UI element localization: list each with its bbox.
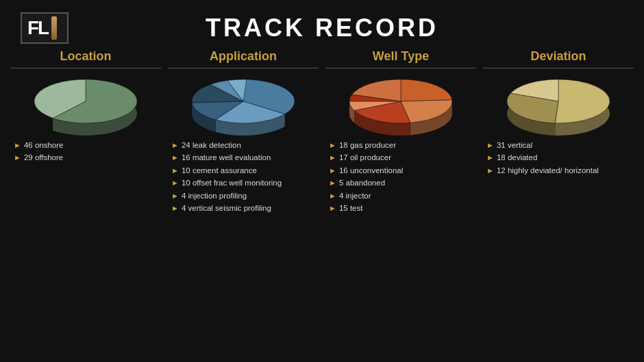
- legend-application: ►24 leak detection►16 mature well evalua…: [168, 140, 319, 215]
- page-title: TRACK RECORD: [82, 14, 562, 42]
- chart-heading-application: Application: [210, 49, 277, 64]
- divider-application: [168, 68, 319, 68]
- arrow-icon: ►: [171, 203, 179, 214]
- arrow-icon: ►: [171, 166, 179, 176]
- arrow-icon: ►: [486, 153, 494, 163]
- list-item: ►31 vertical: [486, 140, 630, 151]
- divider-deviation: [483, 68, 634, 68]
- legend-text: 16 mature well evaluation: [182, 152, 271, 163]
- arrow-icon: ►: [329, 153, 336, 163]
- list-item: ►17 oil producer: [329, 152, 473, 163]
- chart-col-location: Location►46 onshore►29 offshore: [10, 49, 161, 165]
- logo-text: FL: [27, 17, 48, 39]
- pie-chart-application: [185, 75, 301, 140]
- charts-section: Location►46 onshore►29 offshoreApplicati…: [0, 49, 644, 215]
- arrow-icon: ►: [171, 140, 179, 151]
- list-item: ►5 abandoned: [329, 177, 473, 188]
- legend-text: 10 cement assurance: [182, 165, 257, 176]
- arrow-icon: ►: [171, 153, 179, 163]
- arrow-icon: ►: [14, 140, 21, 151]
- legend-text: 4 injector: [339, 190, 371, 201]
- chart-col-welltype: Well Type►18 gas producer►17 oil produce…: [325, 49, 476, 215]
- arrow-icon: ►: [329, 191, 336, 201]
- legend-text: 12 highly deviated/ horizontal: [497, 165, 599, 176]
- legend-text: 15 test: [339, 203, 363, 214]
- list-item: ►29 offshore: [14, 152, 158, 163]
- logo: FL: [21, 12, 69, 44]
- chart-heading-location: Location: [60, 49, 112, 64]
- legend-text: 46 onshore: [24, 140, 64, 151]
- arrow-icon: ►: [329, 178, 336, 188]
- legend-text: 18 gas producer: [339, 140, 396, 151]
- arrow-icon: ►: [486, 140, 494, 151]
- legend-welltype: ►18 gas producer►17 oil producer►16 unco…: [325, 140, 476, 215]
- legend-text: 4 injection profiling: [182, 190, 247, 201]
- arrow-icon: ►: [329, 166, 336, 176]
- legend-text: 16 unconventional: [339, 165, 403, 176]
- logo-icon: [51, 16, 57, 40]
- chart-heading-deviation: Deviation: [530, 49, 586, 64]
- legend-text: 4 vertical seismic profiling: [182, 203, 271, 214]
- legend-text: 10 offset frac well monitoring: [182, 177, 282, 188]
- legend-deviation: ►31 vertical►18 deviated►12 highly devia…: [483, 140, 634, 177]
- list-item: ►15 test: [329, 203, 473, 214]
- list-item: ►24 leak detection: [171, 140, 315, 151]
- list-item: ►18 deviated: [486, 152, 630, 163]
- arrow-icon: ►: [329, 140, 336, 151]
- list-item: ►16 mature well evaluation: [171, 152, 315, 163]
- chart-heading-welltype: Well Type: [373, 49, 429, 64]
- list-item: ►18 gas producer: [329, 140, 473, 151]
- legend-location: ►46 onshore►29 offshore: [10, 140, 161, 165]
- arrow-icon: ►: [171, 178, 179, 188]
- arrow-icon: ►: [329, 203, 336, 214]
- list-item: ►4 injector: [329, 190, 473, 201]
- legend-text: 24 leak detection: [182, 140, 241, 151]
- arrow-icon: ►: [171, 191, 179, 201]
- list-item: ►16 unconventional: [329, 165, 473, 176]
- header: FL TRACK RECORD: [0, 0, 644, 49]
- pie-chart-location: [27, 75, 144, 140]
- chart-col-application: Application►24 leak detection►16 mature …: [168, 49, 319, 215]
- list-item: ►46 onshore: [14, 140, 158, 151]
- legend-text: 31 vertical: [497, 140, 532, 151]
- legend-text: 5 abandoned: [339, 177, 385, 188]
- legend-text: 18 deviated: [497, 152, 537, 163]
- arrow-icon: ►: [486, 166, 494, 176]
- list-item: ►4 injection profiling: [171, 190, 315, 201]
- list-item: ►12 highly deviated/ horizontal: [486, 165, 630, 176]
- chart-col-deviation: Deviation►31 vertical►18 deviated►12 hig…: [483, 49, 634, 177]
- pie-chart-deviation: [500, 75, 617, 140]
- pie-chart-welltype: [343, 75, 459, 140]
- legend-text: 17 oil producer: [339, 152, 391, 163]
- divider-welltype: [325, 68, 476, 68]
- list-item: ►10 offset frac well monitoring: [171, 177, 315, 188]
- list-item: ►4 vertical seismic profiling: [171, 203, 315, 214]
- legend-text: 29 offshore: [24, 152, 63, 163]
- page: FL TRACK RECORD Location►46 onshore►29 o…: [0, 0, 644, 362]
- divider-location: [10, 68, 161, 68]
- list-item: ►10 cement assurance: [171, 165, 315, 176]
- arrow-icon: ►: [14, 153, 21, 163]
